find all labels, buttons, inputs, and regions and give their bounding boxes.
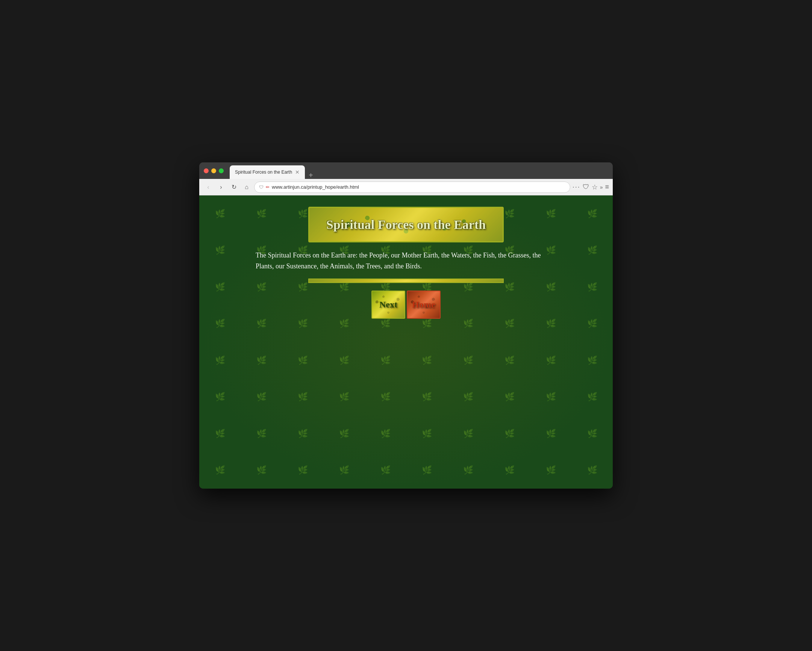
close-button[interactable] bbox=[204, 168, 209, 173]
plant-icon: 🌿 bbox=[241, 379, 282, 416]
plant-icon: 🌿 bbox=[365, 415, 406, 452]
divider bbox=[308, 279, 504, 283]
address-bar[interactable]: 🛡 ✏ www.artinjun.ca/printup_hope/earth.h… bbox=[254, 181, 570, 193]
forward-button[interactable]: › bbox=[216, 182, 226, 192]
menu-icon[interactable]: ≡ bbox=[605, 183, 609, 191]
plant-icon: 🌿 bbox=[282, 379, 323, 416]
plant-icon: 🌿 bbox=[199, 342, 241, 379]
plant-icon: 🌿 bbox=[571, 379, 613, 416]
bookmark-icon[interactable]: ☆ bbox=[592, 183, 598, 191]
plant-icon: 🌿 bbox=[489, 415, 530, 452]
plant-icon: 🌿 bbox=[323, 379, 365, 416]
plant-icon: 🌿 bbox=[199, 195, 241, 232]
nav-buttons: Next Home bbox=[371, 291, 441, 319]
maximize-button[interactable] bbox=[219, 168, 224, 173]
plant-icon: 🌿 bbox=[406, 379, 447, 416]
plant-icon: 🌿 bbox=[571, 195, 613, 232]
plant-icon: 🌿 bbox=[489, 379, 530, 416]
plant-icon: 🌿 bbox=[365, 379, 406, 416]
plant-icon: 🌿 bbox=[199, 306, 241, 342]
plant-icon: 🌿 bbox=[571, 415, 613, 452]
more-button[interactable]: ··· bbox=[572, 183, 580, 191]
tab-close-icon[interactable]: ✕ bbox=[295, 169, 300, 175]
plant-icon: 🌿 bbox=[447, 379, 489, 416]
plant-icon: 🌿 bbox=[282, 452, 323, 489]
plant-icon: 🌿 bbox=[241, 342, 282, 379]
plant-icon: 🌿 bbox=[199, 452, 241, 489]
plant-icon: 🌿 bbox=[447, 342, 489, 379]
next-label: Next bbox=[379, 300, 397, 310]
body-paragraph: The Spiritual Forces on the Earth are: t… bbox=[256, 250, 556, 272]
plant-icon: 🌿 bbox=[447, 415, 489, 452]
plant-icon: 🌿 bbox=[365, 452, 406, 489]
plant-icon: 🌿 bbox=[406, 415, 447, 452]
new-tab-button[interactable]: + bbox=[305, 171, 317, 179]
plant-icon: 🌿 bbox=[530, 452, 571, 489]
security-icon: 🛡 bbox=[259, 184, 264, 190]
home-label: Home bbox=[412, 300, 435, 310]
tab-bar: Spiritual Forces on the Earth ✕ + bbox=[230, 162, 608, 179]
home-nav-button[interactable]: ⌂ bbox=[241, 182, 252, 192]
content-area: Spiritual Forces on the Earth The Spirit… bbox=[256, 207, 556, 319]
pocket-icon[interactable]: 🛡 bbox=[583, 183, 589, 191]
browser-window: Spiritual Forces on the Earth ✕ + ‹ › ↻ … bbox=[199, 162, 613, 489]
url-text: www.artinjun.ca/printup_hope/earth.html bbox=[272, 184, 565, 190]
plant-icon: 🌿 bbox=[571, 306, 613, 342]
plant-icon: 🌿 bbox=[241, 452, 282, 489]
plant-icon: 🌿 bbox=[199, 232, 241, 269]
plant-icon: 🌿 bbox=[571, 342, 613, 379]
plant-icon: 🌿 bbox=[571, 232, 613, 269]
plant-icon: 🌿 bbox=[406, 342, 447, 379]
plant-icon: 🌿 bbox=[571, 269, 613, 306]
window-controls bbox=[204, 168, 224, 173]
plant-icon: 🌿 bbox=[530, 415, 571, 452]
plant-icon: 🌿 bbox=[365, 342, 406, 379]
webpage-content: 🌿 🌿 🌿 🌿 🌿 🌿 🌿 🌿 🌿 🌿 🌿 🌿 🌿 🌿 🌿 🌿 🌿 🌿 🌿 🌿 … bbox=[199, 195, 613, 489]
back-button[interactable]: ‹ bbox=[203, 182, 214, 192]
plant-icon: 🌿 bbox=[530, 342, 571, 379]
plant-icon: 🌿 bbox=[489, 342, 530, 379]
plant-icon: 🌿 bbox=[282, 415, 323, 452]
plant-icon: 🌿 bbox=[530, 379, 571, 416]
title-bar: Spiritual Forces on the Earth ✕ + bbox=[199, 162, 613, 179]
plant-icon: 🌿 bbox=[282, 342, 323, 379]
tab-title: Spiritual Forces on the Earth bbox=[235, 169, 292, 175]
toolbar-actions: ··· 🛡 ☆ » ≡ bbox=[572, 183, 609, 191]
home-button[interactable]: Home bbox=[407, 291, 441, 319]
plant-icon: 🌿 bbox=[489, 452, 530, 489]
plant-icon: 🌿 bbox=[323, 452, 365, 489]
toolbar: ‹ › ↻ ⌂ 🛡 ✏ www.artinjun.ca/printup_hope… bbox=[199, 179, 613, 195]
plant-icon: 🌿 bbox=[199, 379, 241, 416]
plant-icon: 🌿 bbox=[199, 269, 241, 306]
plant-icon: 🌿 bbox=[406, 452, 447, 489]
page-title: Spiritual Forces on the Earth bbox=[321, 218, 491, 232]
plant-icon: 🌿 bbox=[323, 415, 365, 452]
minimize-button[interactable] bbox=[211, 168, 216, 173]
refresh-button[interactable]: ↻ bbox=[229, 182, 239, 192]
active-tab[interactable]: Spiritual Forces on the Earth ✕ bbox=[230, 165, 305, 179]
plant-icon: 🌿 bbox=[199, 415, 241, 452]
pencil-icon: ✏ bbox=[266, 184, 270, 190]
extensions-icon[interactable]: » bbox=[600, 184, 603, 190]
plant-icon: 🌿 bbox=[241, 415, 282, 452]
title-banner: Spiritual Forces on the Earth bbox=[308, 207, 504, 242]
next-button[interactable]: Next bbox=[371, 291, 405, 319]
plant-icon: 🌿 bbox=[323, 342, 365, 379]
plant-icon: 🌿 bbox=[447, 452, 489, 489]
plant-icon: 🌿 bbox=[571, 452, 613, 489]
